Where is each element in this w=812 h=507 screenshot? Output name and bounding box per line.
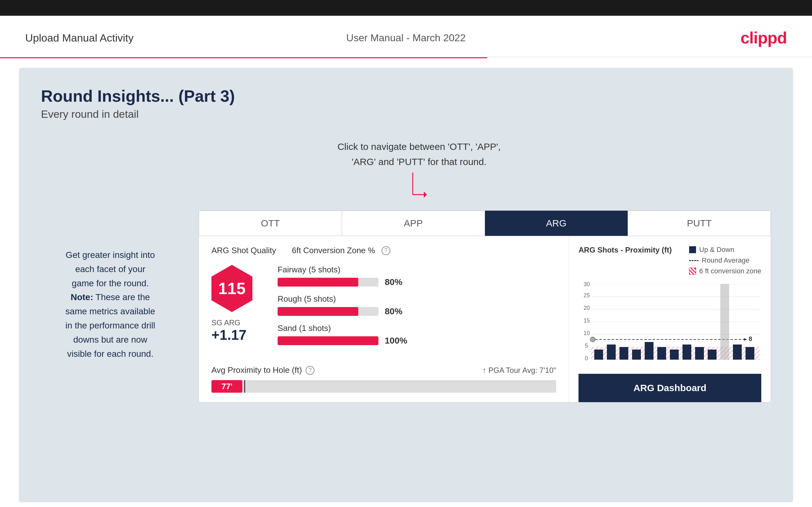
nav-hint-container: Click to navigate between 'OTT', 'APP','… bbox=[293, 139, 545, 204]
proximity-help-icon[interactable]: ? bbox=[306, 366, 314, 375]
card-left-header: ARG Shot Quality 6ft Conversion Zone % ? bbox=[211, 246, 556, 256]
chart-title: ARG Shots - Proximity (ft) bbox=[578, 246, 672, 255]
top-bar bbox=[0, 0, 812, 16]
content-layout: Get greater insight into each facet of y… bbox=[41, 210, 771, 402]
legend-hatched-icon bbox=[689, 268, 696, 275]
chart-area: 0 5 10 15 20 25 30 bbox=[578, 282, 761, 374]
bar-pct-fairway: 80% bbox=[385, 277, 410, 287]
bar-row-sand: Sand (1 shots) 100% bbox=[277, 323, 410, 346]
card-inner: ARG Shot Quality 6ft Conversion Zone % ?… bbox=[199, 236, 771, 402]
proximity-value: 77' bbox=[221, 382, 233, 391]
hex-sg-column: 115 SG ARG +1.17 bbox=[211, 265, 265, 343]
nav-arrow-icon bbox=[406, 173, 432, 204]
svg-rect-28 bbox=[670, 349, 679, 359]
svg-rect-25 bbox=[632, 349, 641, 359]
svg-text:15: 15 bbox=[583, 318, 590, 324]
bar-track-rough bbox=[277, 307, 378, 316]
svg-rect-31 bbox=[708, 349, 716, 359]
legend-updown-label: Up & Down bbox=[699, 246, 734, 254]
bar-container-rough: 80% bbox=[277, 306, 410, 317]
svg-text:25: 25 bbox=[583, 292, 590, 298]
avg-proximity-text: Avg Proximity to Hole (ft) bbox=[211, 365, 302, 375]
svg-marker-20 bbox=[744, 338, 747, 341]
svg-rect-34 bbox=[746, 347, 754, 359]
hex-bars-layout: 115 SG ARG +1.17 Fairway (5 shots) bbox=[211, 265, 556, 353]
pga-avg-label: ↑ PGA Tour Avg: 7'10" bbox=[483, 366, 556, 375]
legend-square-icon bbox=[689, 246, 696, 253]
main-card: OTT APP ARG PUTT ARG Shot Quality 6ft Co… bbox=[199, 210, 771, 402]
svg-text:8: 8 bbox=[749, 335, 752, 342]
bar-section: Fairway (5 shots) 80% Rough (5 shots) bbox=[277, 265, 410, 353]
legend-item-round-avg: Round Average bbox=[689, 256, 761, 265]
bar-track-fairway bbox=[277, 278, 378, 287]
svg-text:5: 5 bbox=[585, 343, 588, 349]
svg-rect-27 bbox=[657, 347, 666, 359]
header-accent-line bbox=[0, 57, 812, 58]
section-title: Round Insights... (Part 3) bbox=[41, 87, 771, 106]
svg-rect-24 bbox=[619, 347, 628, 359]
tabs-container: OTT APP ARG PUTT bbox=[199, 211, 771, 236]
svg-text:20: 20 bbox=[583, 305, 590, 311]
clippd-logo: clippd bbox=[741, 29, 787, 47]
legend-conversion-label: 6 ft conversion zone bbox=[699, 267, 761, 275]
svg-point-35 bbox=[590, 337, 595, 342]
arg-shot-quality-label: ARG Shot Quality bbox=[211, 246, 276, 256]
svg-text:0: 0 bbox=[585, 355, 588, 361]
svg-rect-33 bbox=[733, 344, 742, 359]
nav-hint-text: Click to navigate between 'OTT', 'APP','… bbox=[293, 139, 545, 169]
section-subtitle: Every round in detail bbox=[41, 108, 771, 120]
card-right-section: ARG Shots - Proximity (ft) Up & Down Rou… bbox=[569, 236, 771, 402]
proximity-header: Avg Proximity to Hole (ft) ? ↑ PGA Tour … bbox=[211, 365, 556, 375]
svg-rect-29 bbox=[682, 344, 691, 359]
card-left-section: ARG Shot Quality 6ft Conversion Zone % ?… bbox=[199, 236, 569, 402]
header-center-label: User Manual - March 2022 bbox=[346, 32, 466, 44]
bar-container-sand: 100% bbox=[277, 336, 410, 346]
legend-dashed-icon bbox=[689, 260, 699, 261]
bar-label-rough: Rough (5 shots) bbox=[277, 294, 410, 304]
bar-label-sand: Sand (1 shots) bbox=[277, 323, 410, 333]
svg-rect-32 bbox=[720, 284, 729, 359]
upload-manual-title: Upload Manual Activity bbox=[25, 32, 134, 44]
bar-track-sand bbox=[277, 336, 378, 345]
bar-label-fairway: Fairway (5 shots) bbox=[277, 265, 410, 275]
svg-text:30: 30 bbox=[583, 282, 590, 287]
legend-round-avg-label: Round Average bbox=[702, 256, 749, 265]
legend-item-conversion: 6 ft conversion zone bbox=[689, 267, 761, 275]
proximity-cursor bbox=[244, 380, 245, 393]
bar-container-fairway: 80% bbox=[277, 277, 410, 287]
header: Upload Manual Activity User Manual - Mar… bbox=[0, 16, 812, 57]
proximity-label: Avg Proximity to Hole (ft) ? bbox=[211, 365, 314, 375]
bar-row-rough: Rough (5 shots) 80% bbox=[277, 294, 410, 317]
hex-score: 115 bbox=[211, 265, 252, 312]
tab-arg[interactable]: ARG bbox=[485, 211, 628, 236]
left-panel: Get greater insight into each facet of y… bbox=[41, 210, 180, 361]
bar-pct-rough: 80% bbox=[385, 306, 410, 317]
bar-pct-sand: 100% bbox=[385, 336, 410, 346]
tab-putt[interactable]: PUTT bbox=[628, 211, 771, 236]
main-content: Round Insights... (Part 3) Every round i… bbox=[19, 68, 793, 502]
bar-fill-rough bbox=[277, 307, 358, 316]
conversion-zone-label: 6ft Conversion Zone % bbox=[292, 246, 375, 256]
help-icon[interactable]: ? bbox=[382, 246, 391, 255]
svg-rect-30 bbox=[695, 347, 704, 359]
bar-row-fairway: Fairway (5 shots) 80% bbox=[277, 265, 410, 287]
tab-ott[interactable]: OTT bbox=[199, 211, 342, 236]
svg-marker-2 bbox=[424, 191, 427, 198]
svg-rect-23 bbox=[607, 344, 616, 359]
header-left: Upload Manual Activity bbox=[25, 32, 134, 44]
svg-rect-26 bbox=[645, 342, 654, 359]
proximity-bar-track: 77' bbox=[211, 380, 556, 393]
hex-container: 115 bbox=[211, 265, 252, 312]
note-label: Note: bbox=[70, 292, 93, 302]
svg-rect-22 bbox=[594, 349, 603, 359]
svg-text:10: 10 bbox=[583, 330, 590, 336]
bar-fill-sand bbox=[277, 336, 378, 345]
arg-chart-svg: 0 5 10 15 20 25 30 bbox=[578, 282, 761, 363]
bar-fill-fairway bbox=[277, 278, 358, 287]
proximity-section: Avg Proximity to Hole (ft) ? ↑ PGA Tour … bbox=[211, 365, 556, 393]
legend-item-updown: Up & Down bbox=[689, 246, 761, 254]
tab-app[interactable]: APP bbox=[342, 211, 485, 236]
sg-value: +1.17 bbox=[211, 327, 265, 343]
arg-dashboard-button[interactable]: ARG Dashboard bbox=[578, 374, 761, 402]
chart-header: ARG Shots - Proximity (ft) Up & Down Rou… bbox=[578, 246, 761, 275]
